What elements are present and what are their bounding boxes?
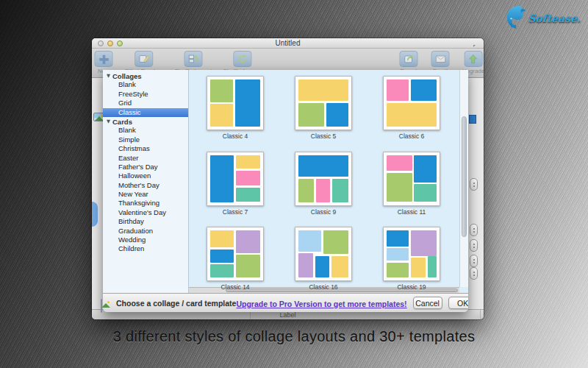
template-cell-pink: [387, 155, 412, 171]
sidebar-item-christmas[interactable]: Christmas: [103, 144, 188, 153]
template-cell-pink: [387, 79, 409, 101]
vertical-scrollbar-thumb[interactable]: [462, 116, 467, 237]
template-cell-yellow: [331, 256, 348, 277]
template-classic-16[interactable]: [295, 227, 352, 281]
template-classic-9[interactable]: [295, 152, 352, 206]
template-classic-19[interactable]: [383, 227, 440, 281]
template-classic-11[interactable]: [383, 152, 440, 206]
template-cell-blue: [298, 155, 348, 177]
status-label: Label: [279, 311, 295, 319]
template-cell-green: [387, 263, 409, 277]
window-title: Untitled: [276, 39, 301, 47]
template-preview: [387, 79, 437, 127]
template-cell-blue: [414, 155, 437, 183]
template-classic-7[interactable]: [207, 152, 264, 206]
close-window-button[interactable]: [98, 40, 104, 46]
export-icon: [400, 51, 418, 67]
sidebar-item-children[interactable]: Children: [103, 244, 188, 253]
template-preview: [387, 230, 437, 277]
sidebar-item-grid[interactable]: Grid: [103, 99, 188, 107]
template-classic-14[interactable]: [207, 227, 264, 281]
disclosure-triangle-icon[interactable]: ▼: [107, 73, 110, 79]
template-cell-blue: [235, 79, 260, 127]
sidebar-item-freestyle[interactable]: FreeStyle: [103, 90, 188, 99]
template-cell-green: [387, 173, 412, 202]
template-classic-5[interactable]: [295, 76, 352, 130]
template-cell-blue: [210, 250, 234, 263]
template-cell-yellow: [411, 258, 426, 277]
stepper-control[interactable]: [470, 255, 478, 267]
minimize-window-button[interactable]: [107, 40, 113, 46]
sidebar-item-wedding[interactable]: Wedding: [103, 236, 188, 244]
template-cell-lightblue: [298, 230, 321, 252]
template-classic-6[interactable]: [383, 76, 440, 130]
titlebar[interactable]: Untitled: [92, 38, 484, 49]
disclosure-triangle-icon[interactable]: ▼: [107, 118, 110, 124]
template-label: Classic 16: [279, 283, 368, 291]
template-classic-4[interactable]: [207, 76, 264, 130]
sidebar-item-classic[interactable]: Classic: [103, 108, 188, 117]
template-cell-pink: [236, 171, 260, 185]
left-panel-handle[interactable]: [92, 202, 98, 227]
magic-frame-icon: [135, 51, 153, 67]
up-arrow-icon: [465, 51, 483, 67]
sidebar-item-simple[interactable]: Simple: [103, 135, 188, 144]
stepper-control[interactable]: [470, 239, 478, 252]
sidebar-item-halloween[interactable]: Halloween: [103, 171, 188, 180]
template-label: Classic 9: [279, 208, 368, 216]
stepper-control[interactable]: [470, 267, 478, 280]
template-preview: [210, 79, 260, 127]
template-cell-purple: [236, 230, 260, 253]
envelope-icon: [431, 51, 450, 67]
template-cell-yellow: [236, 155, 260, 169]
sidebar-item-father-s-day[interactable]: Father's Day: [103, 163, 188, 171]
color-swatch: [469, 115, 476, 124]
upgrade-pro-link[interactable]: Upgrade to Pro Version to get more templ…: [236, 300, 406, 308]
category-group-cards[interactable]: ▼Cards: [103, 117, 188, 126]
template-cell-teal: [210, 264, 234, 277]
sidebar-item-new-year[interactable]: New Year: [103, 190, 188, 199]
template-cell-teal: [332, 179, 348, 202]
dolphin-icon: [504, 4, 526, 32]
template-cell-blue: [210, 155, 234, 202]
template-category-list: ▼CollagesBlankFreeStyleGridClassic▼Cards…: [103, 70, 189, 293]
stepper-control[interactable]: [470, 178, 478, 191]
brand-logo: Softease.: [504, 4, 581, 32]
template-cell-lightblue: [387, 248, 409, 261]
template-preview: [387, 155, 437, 202]
brand-name: Softease.: [528, 13, 581, 24]
category-group-label: Cards: [112, 118, 132, 126]
template-chooser-dialog: ▼CollagesBlankFreeStyleGridClassic▼Cards…: [103, 70, 468, 312]
template-label: Classic 19: [368, 283, 456, 291]
category-group-label: Collages: [112, 72, 142, 80]
template-cell-blue: [326, 103, 348, 127]
ok-button[interactable]: OK: [448, 297, 468, 309]
sidebar-item-blank[interactable]: Blank: [103, 126, 188, 135]
template-cell-green: [210, 79, 233, 102]
template-label: Classic 5: [279, 132, 368, 140]
template-preview: [210, 230, 260, 277]
template-cell-yellow: [387, 103, 437, 127]
template-grid: Classic 4Classic 5Classic 6Classic 7Clas…: [189, 70, 468, 293]
template-cell-yellow: [210, 104, 233, 127]
template-preview: [298, 155, 348, 202]
stepper-control[interactable]: [470, 224, 478, 236]
template-cell-yellow: [210, 230, 234, 247]
zoom-window-button[interactable]: [117, 40, 123, 46]
sidebar-item-thanksgiving[interactable]: Thanksgiving: [103, 199, 188, 208]
template-cell-blue: [315, 256, 329, 277]
vertical-scrollbar[interactable]: [459, 70, 468, 287]
sidebar-item-birthday[interactable]: Birthday: [103, 217, 188, 226]
sidebar-item-graduation[interactable]: Graduation: [103, 227, 188, 236]
template-label: Classic 4: [191, 132, 279, 140]
sidebar-item-easter[interactable]: Easter: [103, 154, 188, 163]
marketing-caption: 3 different styles of collage layouts an…: [0, 328, 588, 345]
sidebar-item-blank[interactable]: Blank: [103, 80, 188, 89]
cancel-button[interactable]: Cancel: [413, 297, 442, 309]
sidebar-item-mother-s-day[interactable]: Mother's Day: [103, 181, 188, 190]
template-preview: [298, 230, 348, 277]
sidebar-item-valentine-s-day[interactable]: Valentine's Day: [103, 208, 188, 217]
category-group-collages[interactable]: ▼Collages: [103, 71, 188, 80]
template-cell-teal: [236, 188, 260, 202]
template-cell-blue: [387, 230, 409, 247]
